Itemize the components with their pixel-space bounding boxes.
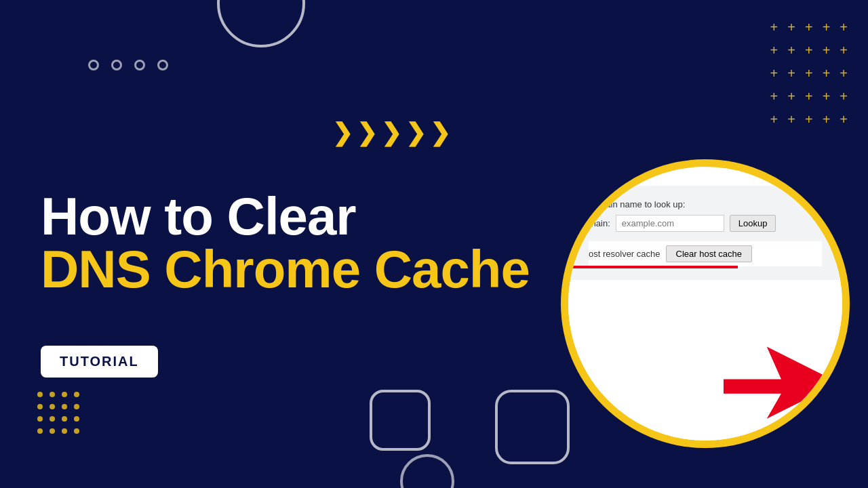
small-dot (50, 404, 55, 409)
chrome-dns-ui: domain name to look up: main: Lookup ost… (568, 186, 842, 280)
chevrons-decoration: ❯ ❯ ❯ ❯ ❯ (332, 121, 450, 145)
plus-icon: + (823, 66, 831, 80)
cache-label: ost resolver cache (589, 249, 660, 259)
tutorial-label: TUTORIAL (60, 354, 139, 369)
plus-icon: + (787, 66, 795, 80)
title-line1: How to Clear (41, 190, 530, 243)
plus-icon: + (823, 113, 831, 126)
plus-icon: + (770, 20, 778, 34)
svg-marker-0 (724, 347, 839, 419)
plus-icon: + (787, 20, 795, 34)
small-dot (74, 392, 79, 397)
tutorial-badge: TUTORIAL (41, 346, 158, 378)
title-line2: DNS Chrome Cache (41, 243, 530, 296)
chevron-icon: ❯ (332, 121, 353, 145)
plus-icon: + (840, 20, 848, 34)
plus-grid-decoration: + + + + + + + + + + + + + + + + + + + + … (770, 20, 848, 126)
chevron-icon: ❯ (406, 121, 426, 145)
plus-icon: + (787, 89, 795, 103)
plus-icon: + (805, 89, 813, 103)
plus-icon: + (823, 20, 831, 34)
plus-icon: + (823, 43, 831, 57)
main-title: How to Clear DNS Chrome Cache (41, 190, 530, 296)
top-circle-decoration (217, 0, 305, 47)
plus-icon: + (805, 113, 813, 126)
dots-decoration (88, 60, 168, 70)
chevron-icon: ❯ (381, 121, 401, 145)
clear-host-cache-button[interactable]: Clear host cache (666, 245, 753, 262)
small-dot (50, 428, 55, 434)
small-dot (37, 404, 43, 409)
lookup-row: main: Lookup (589, 215, 822, 232)
plus-icon: + (805, 20, 813, 34)
small-dot (50, 392, 55, 397)
chevron-icon: ❯ (357, 121, 377, 145)
dot-1 (88, 60, 99, 70)
small-dot (62, 404, 67, 409)
plus-icon: + (770, 66, 778, 80)
small-dot (74, 416, 79, 422)
plus-icon: + (770, 113, 778, 126)
background: + + + + + + + + + + + + + + + + + + + + … (0, 0, 868, 488)
plus-icon: + (787, 113, 795, 126)
dot-3 (134, 60, 145, 70)
plus-icon: + (787, 43, 795, 57)
input-label: main: (589, 218, 610, 228)
red-highlight-line (563, 266, 738, 268)
plus-icon: + (823, 89, 831, 103)
domain-input[interactable] (616, 215, 724, 232)
domain-label: domain name to look up: (589, 199, 822, 209)
plus-icon: + (840, 43, 848, 57)
red-arrow-icon (724, 346, 839, 427)
plus-icon: + (840, 89, 848, 103)
small-dot (37, 392, 43, 397)
small-dot (37, 428, 43, 434)
rounded-square-1 (370, 390, 431, 451)
small-dot (74, 428, 79, 434)
chevron-icon: ❯ (430, 121, 450, 145)
small-dot (50, 416, 55, 422)
small-dot (62, 428, 67, 434)
plus-icon: + (770, 89, 778, 103)
small-dot (74, 404, 79, 409)
dot-4 (157, 60, 168, 70)
plus-icon: + (840, 113, 848, 126)
dot-grid-decoration (37, 392, 79, 434)
dot-2 (111, 60, 122, 70)
screenshot-circle: domain name to look up: main: Lookup ost… (563, 161, 848, 446)
plus-icon: + (805, 66, 813, 80)
plus-icon: + (840, 66, 848, 80)
small-dot (37, 416, 43, 422)
small-dot (62, 392, 67, 397)
cache-row: ost resolver cache Clear host cache (589, 241, 822, 266)
rounded-square-2 (495, 390, 570, 464)
plus-icon: + (770, 43, 778, 57)
plus-icon: + (805, 43, 813, 57)
small-dot (62, 416, 67, 422)
bottom-circle-decoration (400, 454, 454, 488)
lookup-button[interactable]: Lookup (730, 215, 776, 232)
